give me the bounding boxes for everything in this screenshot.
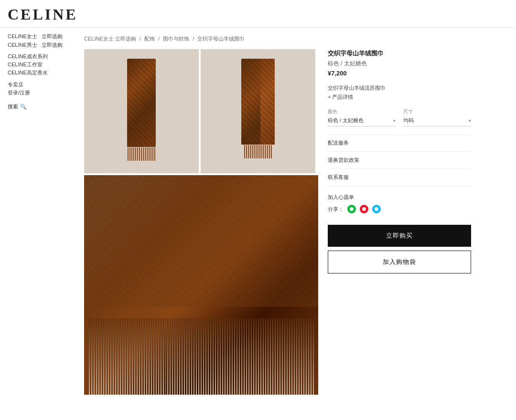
product-selectors: 颜色 棕色 / 太妃糖色 ▾ 尺寸 均码 ▾ [328, 108, 471, 126]
wechat-share-icon[interactable] [347, 205, 356, 213]
nav-login[interactable]: 登录/注册 [8, 89, 84, 96]
sidebar-nav: CELINE女士 立即选购 CELINE男士 立即选购 CELINE成衣系列 C… [8, 32, 84, 404]
share-row: 分享： [328, 205, 471, 213]
weibo-share-icon[interactable] [360, 205, 368, 213]
service-contact[interactable]: 联系客服 [328, 169, 471, 186]
product-image-3[interactable] [84, 175, 318, 395]
product-title: 交织字母山羊绒围巾 [328, 49, 471, 58]
product-description: 交织字母山羊绒流苏围巾 [328, 84, 471, 92]
wishlist-button[interactable]: 加入心愿单 [328, 194, 471, 201]
main-content-area: CELINE女士 立即选购 / 配饰 / 围巾与软饰 / 交织字母山羊绒围巾 [84, 32, 508, 404]
product-images [84, 49, 318, 395]
product-area: 交织字母山羊绒围巾 棕色 / 太妃糖色 ¥7,200 交织字母山羊绒流苏围巾 +… [84, 49, 508, 404]
scarf-folded-visual [241, 59, 275, 164]
color-selector: 颜色 棕色 / 太妃糖色 ▾ [328, 108, 396, 126]
size-selector: 尺寸 均码 ▾ [403, 108, 471, 126]
size-dropdown[interactable]: 均码 ▾ [403, 117, 471, 126]
images-top-row [84, 49, 318, 173]
nav-group-account: 专卖店 登录/注册 [8, 81, 84, 97]
product-details-link[interactable]: + 产品详情 [328, 94, 471, 101]
color-label: 颜色 [328, 108, 396, 115]
breadcrumb-scarves[interactable]: 围巾与软饰 [163, 36, 189, 42]
color-arrow-icon: ▾ [393, 118, 396, 123]
nav-collections[interactable]: CELINE成衣系列 [8, 53, 84, 60]
nav-search[interactable]: 搜索 🔍 [8, 103, 84, 110]
scarf-full-visual [127, 59, 156, 164]
product-image-2[interactable] [201, 49, 315, 173]
service-return[interactable]: 退换货款政策 [328, 152, 471, 169]
nav-men-shop[interactable]: CELINE男士 立即选购 [8, 42, 63, 48]
service-list: 配送服务 退换货款政策 联系客服 [328, 134, 471, 186]
share-label: 分享： [328, 206, 344, 213]
header: CELINE [0, 0, 516, 28]
navigation: CELINE女士 立即选购 CELINE男士 立即选购 CELINE成衣系列 C… [0, 28, 516, 409]
breadcrumb: CELINE女士 立即选购 / 配饰 / 围巾与软饰 / 交织字母山羊绒围巾 [84, 32, 508, 45]
nav-women-shop[interactable]: CELINE女士 立即选购 [8, 33, 63, 39]
svg-point-1 [362, 207, 366, 211]
search-icon: 🔍 [20, 104, 27, 110]
qq-share-icon[interactable] [372, 205, 381, 213]
product-color-name: 棕色 / 太妃糖色 [328, 60, 471, 68]
size-label: 尺寸 [403, 108, 471, 115]
nav-group-collections: CELINE成衣系列 CELINE工作室 CELINE高定香水 [8, 53, 84, 77]
product-details: 交织字母山羊绒围巾 棕色 / 太妃糖色 ¥7,200 交织字母山羊绒流苏围巾 +… [328, 49, 471, 395]
nav-group-women: CELINE女士 立即选购 CELINE男士 立即选购 [8, 32, 84, 49]
logo[interactable]: CELINE [8, 6, 508, 23]
svg-point-0 [350, 207, 354, 211]
breadcrumb-women[interactable]: CELINE女士 立即选购 [84, 36, 136, 42]
buy-now-button[interactable]: 立即购买 [328, 225, 471, 247]
nav-fragrance[interactable]: CELINE高定香水 [8, 69, 84, 76]
product-price: ¥7,200 [328, 70, 471, 77]
breadcrumb-accessories[interactable]: 配饰 [144, 36, 155, 42]
size-arrow-icon: ▾ [469, 118, 471, 123]
product-image-1[interactable] [84, 49, 199, 173]
service-shipping[interactable]: 配送服务 [328, 134, 471, 152]
svg-point-2 [375, 207, 378, 211]
breadcrumb-product: 交织字母山羊绒围巾 [197, 36, 245, 42]
color-dropdown[interactable]: 棕色 / 太妃糖色 ▾ [328, 117, 396, 126]
add-to-cart-button[interactable]: 加入购物袋 [328, 251, 471, 273]
nav-work[interactable]: CELINE工作室 [8, 61, 84, 68]
nav-store[interactable]: 专卖店 [8, 81, 84, 88]
